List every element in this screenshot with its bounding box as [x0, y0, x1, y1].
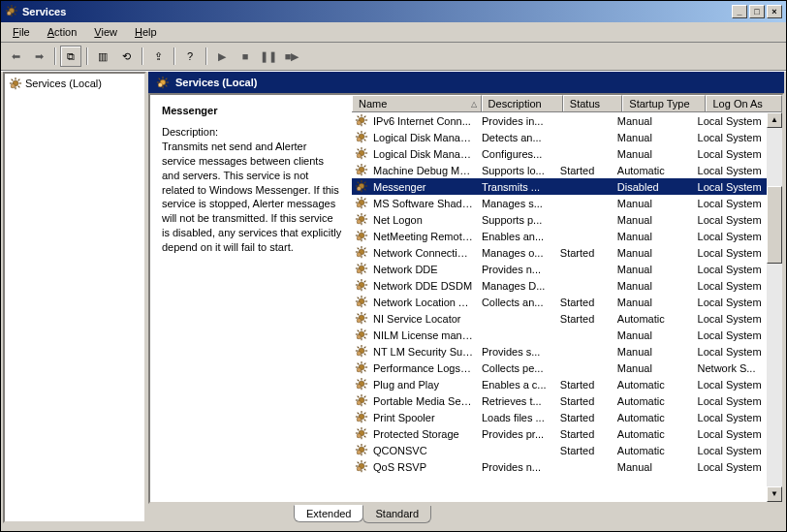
- service-icon: [354, 212, 369, 228]
- cell-status: Started: [556, 428, 614, 440]
- service-icon: [354, 130, 369, 145]
- close-button[interactable]: ×: [767, 5, 782, 18]
- cell-description: Detects an...: [478, 132, 556, 143]
- cell-status: Started: [556, 445, 614, 456]
- cell-logon: Local System: [694, 280, 767, 292]
- cell-logon: Local System: [694, 395, 767, 407]
- export-list-button[interactable]: ⇪: [147, 46, 169, 67]
- service-icon: [354, 360, 369, 376]
- cell-logon: Local System: [694, 115, 767, 127]
- minimize-button[interactable]: _: [732, 5, 747, 18]
- refresh-button[interactable]: ⟲: [115, 46, 137, 67]
- service-row[interactable]: Logical Disk Manage...Configures...Manua…: [352, 145, 767, 162]
- service-row[interactable]: Network Location A...Collects an...Start…: [352, 294, 767, 310]
- service-row[interactable]: NI Service LocatorStartedAutomaticLocal …: [352, 310, 767, 327]
- vertical-scrollbar[interactable]: ▲ ▼: [767, 112, 782, 502]
- service-row[interactable]: Network DDEProvides n...ManualLocal Syst…: [352, 261, 767, 277]
- service-row[interactable]: IPv6 Internet Conn...Provides in...Manua…: [352, 112, 767, 129]
- cell-description: Provides n...: [478, 264, 556, 275]
- service-icon: [354, 410, 369, 425]
- tree-root-item[interactable]: Services (Local): [7, 76, 142, 91]
- cell-startup: Manual: [614, 346, 694, 358]
- cell-logon: Local System: [694, 214, 767, 226]
- service-row[interactable]: MessengerTransmits ...DisabledLocal Syst…: [352, 178, 767, 195]
- col-log-on-as[interactable]: Log On As: [706, 95, 782, 111]
- service-row[interactable]: QCONSVCStartedAutomaticLocal System: [352, 442, 767, 458]
- service-row[interactable]: Network DDE DSDMManages D...ManualLocal …: [352, 277, 767, 294]
- cell-logon: Local System: [694, 231, 767, 242]
- cell-logon: Network S...: [694, 362, 767, 374]
- cell-description: Provides pr...: [478, 428, 556, 440]
- cell-startup: Automatic: [614, 428, 694, 440]
- scroll-track[interactable]: [767, 128, 782, 486]
- cell-status: Started: [556, 313, 614, 325]
- service-icon: [354, 262, 369, 277]
- service-row[interactable]: MS Software Shado...Manages s...ManualLo…: [352, 195, 767, 211]
- cell-name: Network Connections: [369, 247, 478, 259]
- titlebar[interactable]: Services _ □ ×: [1, 1, 786, 22]
- service-row[interactable]: NetMeeting Remote...Enables an...ManualL…: [352, 228, 767, 244]
- scroll-down-button[interactable]: ▼: [767, 486, 782, 502]
- service-row[interactable]: Plug and PlayEnables a c...StartedAutoma…: [352, 376, 767, 392]
- cell-name: Machine Debug Man...: [369, 165, 478, 176]
- menu-view[interactable]: View: [86, 24, 125, 40]
- service-row[interactable]: Machine Debug Man...Supports lo...Starte…: [352, 162, 767, 178]
- menu-help[interactable]: Help: [127, 24, 165, 40]
- tab-standard[interactable]: Standard: [362, 506, 431, 523]
- scroll-up-button[interactable]: ▲: [767, 112, 782, 128]
- cell-description: Configures...: [478, 148, 556, 160]
- separator: [142, 47, 142, 65]
- cell-logon: Local System: [694, 313, 767, 325]
- service-row[interactable]: Network ConnectionsManages o...StartedMa…: [352, 244, 767, 261]
- show-hide-tree-button[interactable]: ⧉: [60, 46, 81, 67]
- service-row[interactable]: Logical Disk ManagerDetects an...ManualL…: [352, 129, 767, 145]
- menu-file[interactable]: File: [5, 24, 38, 40]
- service-row[interactable]: Print SpoolerLoads files ...StartedAutom…: [352, 409, 767, 425]
- pane-header: Services (Local): [148, 72, 784, 93]
- service-icon: [354, 459, 369, 475]
- service-row[interactable]: NT LM Security Sup...Provides s...Manual…: [352, 343, 767, 360]
- col-startup-type[interactable]: Startup Type: [622, 95, 706, 111]
- cell-startup: Manual: [614, 264, 694, 275]
- tab-extended[interactable]: Extended: [294, 505, 363, 522]
- cell-description: Manages D...: [478, 280, 556, 292]
- statusbar: [1, 525, 786, 531]
- services-icon: [156, 76, 170, 89]
- service-icon: [354, 344, 369, 360]
- col-name[interactable]: Name△: [352, 95, 482, 111]
- properties-button[interactable]: ▥: [92, 46, 113, 67]
- cell-startup: Manual: [614, 231, 694, 242]
- menubar: File Action View Help: [1, 22, 786, 43]
- toolbar: ⬅ ➡ ⧉ ▥ ⟲ ⇪ ? ▶ ■ ❚❚ ■▶: [1, 43, 786, 71]
- service-row[interactable]: Portable Media Seri...Retrieves t...Star…: [352, 392, 767, 409]
- start-service-button[interactable]: ▶: [211, 46, 233, 67]
- maximize-button[interactable]: □: [749, 5, 765, 18]
- service-row[interactable]: NILM License managerManualLocal System: [352, 327, 767, 343]
- cell-logon: Local System: [694, 428, 767, 440]
- service-row[interactable]: QoS RSVPProvides n...ManualLocal System: [352, 458, 767, 475]
- service-row[interactable]: Protected StorageProvides pr...StartedAu…: [352, 425, 767, 442]
- cell-name: Network DDE DSDM: [369, 280, 478, 292]
- cell-description: Collects an...: [478, 297, 556, 308]
- cell-description: Enables an...: [478, 231, 556, 242]
- tree-pane[interactable]: Services (Local): [3, 72, 146, 523]
- scroll-thumb[interactable]: [767, 186, 782, 264]
- col-description[interactable]: Description: [482, 95, 563, 111]
- cell-description: Retrieves t...: [478, 395, 556, 407]
- col-status[interactable]: Status: [563, 95, 622, 111]
- help-button[interactable]: ?: [179, 46, 201, 67]
- service-icon: [354, 196, 369, 211]
- menu-action[interactable]: Action: [40, 24, 85, 40]
- service-row[interactable]: Net LogonSupports p...ManualLocal System: [352, 211, 767, 228]
- cell-startup: Manual: [614, 247, 694, 259]
- cell-name: NT LM Security Sup...: [369, 346, 478, 358]
- tree-root-label: Services (Local): [25, 78, 102, 89]
- services-list[interactable]: Name△ Description Status Startup Type Lo…: [352, 95, 782, 502]
- cell-name: Network DDE: [369, 264, 478, 275]
- cell-logon: Local System: [694, 165, 767, 176]
- description-text: Transmits net send and Alerter service m…: [162, 140, 342, 255]
- service-row[interactable]: Performance Logs a...Collects pe...Manua…: [352, 360, 767, 376]
- sort-asc-icon: △: [471, 100, 477, 109]
- back-button[interactable]: ⬅: [5, 46, 26, 67]
- service-icon: [354, 113, 369, 129]
